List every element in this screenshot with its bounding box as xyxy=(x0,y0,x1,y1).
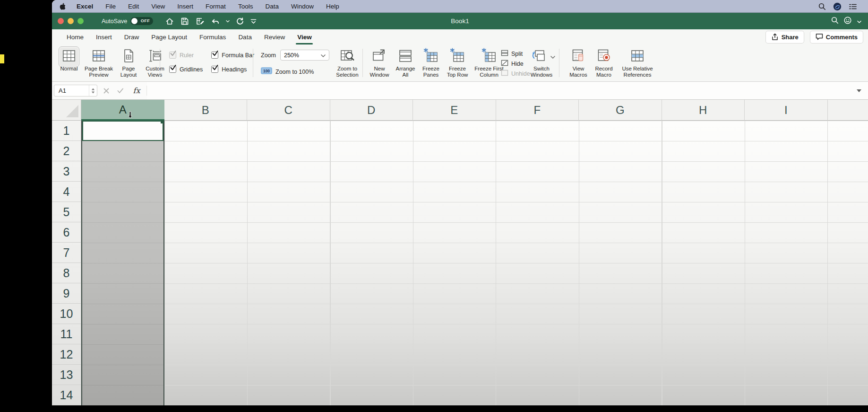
search-icon[interactable] xyxy=(818,3,825,10)
tab-insert[interactable]: Insert xyxy=(96,29,112,45)
ribbon-button-hide[interactable]: Hide xyxy=(501,60,524,68)
column-header-partial[interactable] xyxy=(828,100,868,121)
insert-function-button[interactable]: fx xyxy=(129,85,144,96)
column-header-f[interactable]: F xyxy=(496,100,579,121)
ribbon-button-record-macro[interactable]: Record Macro xyxy=(592,48,616,78)
name-box-stepper[interactable] xyxy=(89,85,97,96)
menu-item-view[interactable]: View xyxy=(151,3,165,10)
row-header-14[interactable]: 14 xyxy=(52,385,81,405)
ribbon-button-use-relative-references[interactable]: Use Relative References xyxy=(618,48,657,78)
tab-formulas[interactable]: Formulas xyxy=(199,29,226,45)
account-icon[interactable] xyxy=(833,2,842,11)
checkbox-headings[interactable]: Headings xyxy=(211,66,254,73)
chevron-down-icon[interactable] xyxy=(857,17,861,26)
edit-workbook-icon[interactable] xyxy=(196,17,205,25)
name-box[interactable]: A1 xyxy=(54,85,97,96)
cells-area[interactable] xyxy=(81,121,868,405)
cancel-entry-button[interactable] xyxy=(100,85,112,96)
menu-item-format[interactable]: Format xyxy=(206,3,226,10)
menu-item-tools[interactable]: Tools xyxy=(238,3,253,10)
row-header-4[interactable]: 4 xyxy=(52,182,81,202)
redo-icon[interactable] xyxy=(236,18,244,25)
row-header-1[interactable]: 1 xyxy=(52,121,81,141)
ribbon-button-switch-windows[interactable]: Switch Windows xyxy=(528,48,555,78)
menu-item-data[interactable]: Data xyxy=(265,3,279,10)
formula-input[interactable] xyxy=(147,82,868,99)
row-header-11[interactable]: 11 xyxy=(52,324,81,344)
selection-handle[interactable] xyxy=(161,120,164,123)
checkbox-ruler[interactable]: Ruler xyxy=(169,52,203,59)
ribbon-button-label: Record Macro xyxy=(592,66,616,78)
confirm-entry-button[interactable] xyxy=(114,85,127,96)
menu-item-help[interactable]: Help xyxy=(326,3,339,10)
row-header-2[interactable]: 2 xyxy=(52,141,81,161)
ribbon-button-page-layout[interactable]: Page Layout xyxy=(116,48,141,78)
tab-review[interactable]: Review xyxy=(264,29,285,45)
autosave-toggle[interactable]: OFF xyxy=(130,17,153,25)
column-header-h[interactable]: H xyxy=(662,100,745,121)
formula-bar-expand-icon[interactable] xyxy=(857,89,861,92)
ribbon-button-freeze-top-row[interactable]: Freeze Top Row xyxy=(444,48,471,78)
ribbon-button-normal[interactable]: Normal xyxy=(57,48,81,72)
zoom-level-dropdown[interactable]: 250% xyxy=(280,50,329,61)
menu-item-edit[interactable]: Edit xyxy=(128,3,139,10)
ribbon-button-label: Zoom to Selection xyxy=(333,66,362,78)
tab-home[interactable]: Home xyxy=(67,29,84,45)
undo-icon[interactable] xyxy=(211,18,219,24)
ribbon-button-arrange-all[interactable]: Arrange All xyxy=(393,48,418,78)
ribbon-button-view-macros[interactable]: View Macros xyxy=(567,48,590,78)
close-button[interactable] xyxy=(58,18,64,24)
row-header-5[interactable]: 5 xyxy=(52,202,81,222)
ribbon-button-split[interactable]: Split xyxy=(501,50,523,58)
ribbon-button-unhide[interactable]: Unhide xyxy=(501,70,530,78)
name-box-value: A1 xyxy=(54,87,89,94)
home-icon[interactable] xyxy=(165,17,174,25)
checkbox-gridlines[interactable]: Gridlines xyxy=(169,66,203,73)
emoji-icon[interactable] xyxy=(844,17,851,26)
column-header-b[interactable]: B xyxy=(164,100,248,121)
search-icon-white[interactable] xyxy=(831,17,838,26)
row-header-12[interactable]: 12 xyxy=(52,344,81,365)
menu-item-window[interactable]: Window xyxy=(291,3,314,10)
row-header-13[interactable]: 13 xyxy=(52,365,81,385)
active-cell-a1[interactable] xyxy=(82,121,163,141)
tab-view[interactable]: View xyxy=(297,29,312,45)
fullscreen-button[interactable] xyxy=(77,18,84,24)
ribbon-button-freeze-panes[interactable]: Freeze Panes xyxy=(420,48,442,78)
undo-menu-chevron-icon[interactable] xyxy=(226,20,230,23)
row-header-8[interactable]: 8 xyxy=(52,263,81,283)
menu-item-insert[interactable]: Insert xyxy=(177,3,193,10)
save-icon[interactable] xyxy=(180,17,189,26)
comments-label: Comments xyxy=(826,34,858,41)
menu-item-file[interactable]: File xyxy=(105,3,116,10)
column-header-a[interactable]: A xyxy=(81,100,164,121)
ribbon-button-new-window[interactable]: New Window xyxy=(368,48,391,78)
tab-data[interactable]: Data xyxy=(238,29,252,45)
ribbon-button-custom-views[interactable]: Custom Views xyxy=(143,48,167,78)
column-header-i[interactable]: I xyxy=(745,100,828,121)
zoom-to-100-button[interactable]: 100 Zoom to 100% xyxy=(261,66,314,77)
select-all-button[interactable] xyxy=(52,100,81,121)
minimize-button[interactable] xyxy=(68,18,74,24)
column-header-g[interactable]: G xyxy=(579,100,662,121)
row-header-6[interactable]: 6 xyxy=(52,222,81,243)
row-header-9[interactable]: 9 xyxy=(52,283,81,304)
row-header-7[interactable]: 7 xyxy=(52,243,81,263)
menu-item-excel[interactable]: Excel xyxy=(77,3,93,10)
tab-draw[interactable]: Draw xyxy=(124,29,139,45)
share-button[interactable]: Share xyxy=(765,31,804,44)
ribbon-button-page-break-preview[interactable]: Page Break Preview xyxy=(83,48,114,78)
apple-icon[interactable] xyxy=(60,2,66,10)
mouse-cursor-down-arrow xyxy=(128,111,133,121)
checkbox-formula-bar[interactable]: Formula Bar xyxy=(211,52,254,59)
control-list-icon[interactable] xyxy=(849,3,857,10)
column-header-e[interactable]: E xyxy=(413,100,496,121)
ribbon-button-zoom-to-selection[interactable]: Zoom to Selection xyxy=(333,48,362,78)
row-header-3[interactable]: 3 xyxy=(52,161,81,182)
comments-button[interactable]: Comments xyxy=(810,31,863,44)
tab-page-layout[interactable]: Page Layout xyxy=(151,29,187,45)
column-header-c[interactable]: C xyxy=(247,100,330,121)
row-header-10[interactable]: 10 xyxy=(52,304,81,324)
column-header-d[interactable]: D xyxy=(330,100,413,121)
customize-toolbar-icon[interactable] xyxy=(250,19,257,24)
